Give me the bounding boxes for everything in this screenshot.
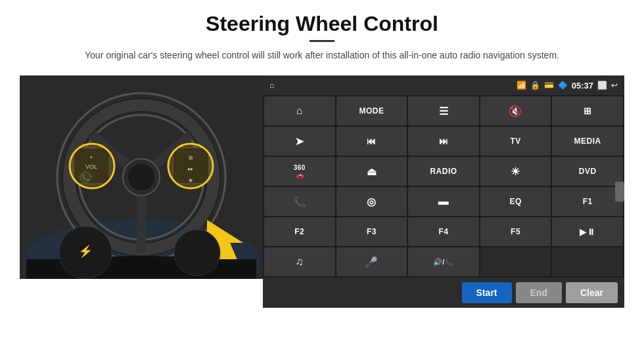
- status-bar: ⌂ 📶 🔒 💳 🔷 05:37 ⬜ ↩: [263, 75, 624, 95]
- lock-icon: 🔒: [530, 81, 540, 90]
- clear-button[interactable]: Clear: [566, 282, 618, 303]
- navi-button[interactable]: ◎: [336, 187, 407, 216]
- start-button[interactable]: Start: [462, 282, 512, 303]
- f3-button[interactable]: F3: [336, 217, 407, 246]
- cam360-button[interactable]: 360🚗: [264, 157, 335, 186]
- list-button[interactable]: ☰: [408, 96, 479, 125]
- status-time: 05:37: [572, 81, 593, 91]
- empty-btn-2: [552, 247, 623, 276]
- next-button[interactable]: ⏭: [408, 127, 479, 156]
- button-grid: ⌂ MODE ☰ 🔇 ⊞ ➤ ⏮ ⏭ TV MEDIA 360🚗 ⏏ RADIO…: [263, 95, 624, 278]
- svg-point-28: [174, 230, 220, 276]
- music-button[interactable]: ♫: [264, 247, 335, 276]
- panel-wrapper: ⌂ 📶 🔒 💳 🔷 05:37 ⬜ ↩ ⌂: [263, 75, 624, 308]
- bt-icon: 🔷: [558, 81, 568, 90]
- svg-point-22: [168, 144, 213, 188]
- screen-icon: ⬜: [597, 81, 607, 90]
- svg-point-21: [70, 144, 114, 188]
- content-row: + VOL - 📞 ⊞ ▸▸ ◈: [20, 75, 624, 308]
- nav-button[interactable]: ⌂: [264, 96, 335, 125]
- eject-button[interactable]: ⏏: [336, 157, 407, 186]
- media-button[interactable]: MEDIA: [552, 127, 623, 156]
- back-icon: ↩: [611, 81, 618, 90]
- wifi-icon: 📶: [517, 81, 526, 90]
- screen-button[interactable]: ▬: [408, 187, 479, 216]
- status-left: ⌂: [269, 81, 274, 90]
- end-button[interactable]: End: [516, 282, 562, 303]
- f5-button[interactable]: F5: [480, 217, 551, 246]
- eq-button[interactable]: EQ: [480, 187, 551, 216]
- f2-button[interactable]: F2: [264, 217, 335, 246]
- title-divider: [310, 40, 334, 42]
- mic-button[interactable]: 🎤: [336, 247, 407, 276]
- page-container: Steering Wheel Control Your original car…: [0, 0, 644, 357]
- control-panel: ⌂ 📶 🔒 💳 🔷 05:37 ⬜ ↩ ⌂: [263, 75, 624, 308]
- title-section: Steering Wheel Control Your original car…: [85, 12, 559, 72]
- page-subtitle: Your original car's steering wheel contr…: [85, 49, 559, 62]
- f4-button[interactable]: F4: [408, 217, 479, 246]
- prev-button[interactable]: ⏮: [336, 127, 407, 156]
- mode-button[interactable]: MODE: [336, 96, 407, 125]
- scroll-indicator[interactable]: [615, 182, 624, 201]
- page-title: Steering Wheel Control: [85, 12, 559, 36]
- phone-button[interactable]: 📞: [264, 187, 335, 216]
- tv-button[interactable]: TV: [480, 127, 551, 156]
- svg-text:⚡: ⚡: [78, 244, 93, 259]
- send-button[interactable]: ➤: [264, 127, 335, 156]
- svg-point-10: [128, 164, 154, 190]
- home-status-icon: ⌂: [269, 81, 274, 90]
- f1-button[interactable]: F1: [552, 187, 623, 216]
- vol-phone-button[interactable]: 🔊/📞: [408, 247, 479, 276]
- status-right: 📶 🔒 💳 🔷 05:37 ⬜ ↩: [517, 81, 618, 91]
- play-pause-button[interactable]: ▶⏸: [552, 217, 623, 246]
- radio-button[interactable]: RADIO: [408, 157, 479, 186]
- mute-button[interactable]: 🔇: [480, 96, 551, 125]
- empty-btn-1: [480, 247, 551, 276]
- brightness-button[interactable]: ☀: [480, 157, 551, 186]
- car-image-svg: + VOL - 📞 ⊞ ▸▸ ◈: [20, 75, 263, 279]
- sd-icon: 💳: [544, 81, 554, 90]
- apps-button[interactable]: ⊞: [552, 96, 623, 125]
- car-image-container: + VOL - 📞 ⊞ ▸▸ ◈: [20, 75, 263, 279]
- bottom-bar: Start End Clear: [263, 278, 624, 308]
- dvd-button[interactable]: DVD: [552, 157, 623, 186]
